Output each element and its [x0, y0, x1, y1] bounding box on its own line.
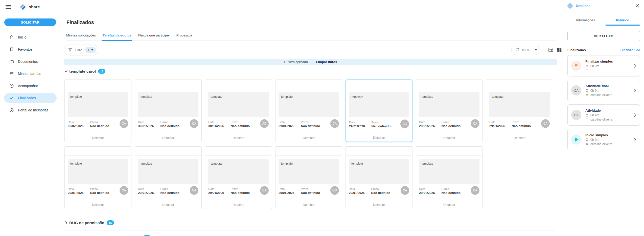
detail-button[interactable]: Detalhar	[135, 134, 201, 142]
deadline-value: Não definido	[90, 191, 109, 195]
detail-button[interactable]: Detalhar	[486, 134, 553, 142]
menu-hamburger-icon[interactable]	[6, 5, 11, 9]
history-item-title: Atividade final	[585, 84, 632, 88]
detail-button[interactable]: Detalhar	[135, 201, 201, 209]
chevron-down-icon	[64, 69, 68, 73]
task-card-header	[205, 80, 272, 89]
section-name: Regras de acompanhamento - paralela	[69, 235, 141, 236]
task-card[interactable]: template Data 02/02/2026 Prazo Não defin…	[64, 80, 131, 142]
task-card-body: template Data 29/01/2026 Prazo Não defin…	[135, 156, 201, 201]
detail-button[interactable]: Detalhar	[346, 201, 412, 209]
task-card[interactable]: template Data 29/01/2026 Prazo Não defin…	[275, 146, 342, 209]
chevron-down-icon	[535, 49, 537, 51]
history-item[interactable]: CA Atividade 0h 4m caroline.oliveira	[567, 104, 640, 126]
tab-minhas-solicitacoes[interactable]: Minhas solicitações	[66, 33, 96, 41]
task-card-preview-text: template	[422, 95, 433, 99]
sidebar-item-favoritos[interactable]: Favoritos	[4, 44, 57, 54]
detail-button[interactable]: Detalhar	[275, 134, 342, 142]
grid-view-icon[interactable]	[557, 47, 562, 53]
tab-processos[interactable]: Processos	[176, 33, 192, 41]
details-panel-tabs: Informações Histórico	[567, 18, 640, 25]
task-card[interactable]: template Data 29/01/2026 Prazo Não defin…	[486, 80, 553, 142]
history-item-title: Finalizar simples	[585, 60, 632, 63]
deadline-value: Não definido	[90, 124, 109, 128]
app-window: share SOLICITAR Início Favoritos Documen…	[0, 0, 644, 236]
deadline-value: Não definido	[442, 124, 461, 128]
clear-filters-link[interactable]: Limpar filtros	[316, 60, 337, 64]
divider	[543, 47, 543, 52]
task-card-header	[416, 147, 482, 156]
task-card-preview: template	[349, 92, 409, 117]
task-card[interactable]: template Data 30/01/2026 Prazo Não defin…	[135, 80, 202, 142]
avatar: CA	[400, 120, 409, 128]
table-view-icon[interactable]	[548, 47, 554, 53]
avatar: CA	[571, 110, 581, 120]
date-value: 29/01/2026	[419, 191, 435, 195]
avatar: CA	[260, 186, 269, 195]
sidebar-item-acompanhar[interactable]: Acompanhar	[4, 81, 57, 91]
task-card-preview: template	[208, 159, 269, 184]
task-card[interactable]: template Data 29/01/2026 Prazo Não defin…	[205, 146, 272, 209]
items-dropdown[interactable]: Itens...	[511, 45, 540, 55]
sidebar-item-minhas-tarefas[interactable]: Minhas tarefas	[4, 69, 57, 79]
section-header-template-carol[interactable]: template carol 13	[64, 67, 563, 75]
sidebar-item-portal-de-melhorias[interactable]: Portal de melhorias	[4, 105, 57, 115]
deadline-value: Não definido	[371, 191, 390, 195]
filter-count-badge[interactable]: 1	[85, 47, 96, 53]
date-label: Data	[419, 187, 435, 190]
tab-informacoes[interactable]: Informações	[567, 18, 604, 25]
task-card-preview-text: template	[211, 95, 222, 99]
task-card-body: template Data 02/02/2026 Prazo Não defin…	[65, 89, 131, 134]
history-item[interactable]: Finalizar simples 0h 0m	[567, 55, 640, 76]
deadline-label: Prazo	[90, 187, 109, 190]
task-card[interactable]: template Data 29/01/2026 Prazo Não defin…	[346, 80, 412, 142]
sidebar-item-finalizados[interactable]: Finalizados	[4, 93, 57, 103]
history-item[interactable]: Início simples 0h 0m caroline.oliveira	[567, 129, 640, 150]
section-header-regras-de-acompanhamento[interactable]: Regras de acompanhamento - paralela 4	[64, 233, 563, 236]
detail-button[interactable]: Detalhar	[65, 201, 131, 209]
task-card[interactable]: template Data 29/01/2026 Prazo Não defin…	[135, 146, 202, 209]
hourglass-icon	[585, 113, 589, 117]
tab-fluxos-que-participei[interactable]: Fluxos que participei	[138, 33, 170, 41]
detail-button[interactable]: Detalhar	[205, 201, 272, 209]
detail-button[interactable]: Detalhar	[65, 134, 131, 142]
close-icon[interactable]	[635, 3, 640, 8]
history-item[interactable]: CA Atividade final 0h 0m caroline.olivei…	[567, 80, 640, 101]
section-header-bug-de-permissao[interactable]: BUG de permissão 16	[64, 219, 563, 227]
detail-button[interactable]: Detalhar	[205, 134, 272, 142]
section-name: template carol	[69, 69, 96, 74]
avatar-initials: CA	[574, 89, 579, 92]
detail-button[interactable]: Detalhar	[275, 201, 342, 209]
task-card-preview: template	[68, 159, 128, 184]
filter-button[interactable]: Filtro 1	[64, 45, 98, 55]
task-card[interactable]: template Data 30/01/2026 Prazo Não defin…	[205, 80, 272, 142]
sidebar-item-documentos[interactable]: Documentos	[4, 56, 57, 67]
date-value: 02/02/2026	[68, 124, 84, 128]
request-button[interactable]: SOLICITAR	[4, 18, 56, 26]
user-text: caroline.oliveira	[590, 118, 612, 121]
date-label: Data	[489, 121, 505, 124]
task-card[interactable]: template Data 29/01/2026 Prazo Não defin…	[416, 80, 483, 142]
sidebar-item-inicio[interactable]: Início	[4, 32, 57, 42]
task-card-preview-text: template	[422, 162, 433, 165]
task-card[interactable]: template Data 29/01/2026 Prazo Não defin…	[64, 146, 131, 209]
detail-button[interactable]: Detalhar	[416, 201, 482, 209]
tab-tarefas-da-equipe[interactable]: Tarefas da equipe	[103, 33, 131, 41]
view-flow-button[interactable]: VER FLUXO	[567, 31, 640, 41]
info-icon	[567, 3, 573, 9]
chevron-right-icon	[634, 138, 636, 142]
duration-text: 0h 0m	[590, 89, 599, 92]
task-card[interactable]: template Data 29/01/2026 Prazo Não defin…	[346, 146, 412, 209]
task-card-preview-text: template	[141, 95, 152, 99]
date-value: 30/01/2026	[138, 124, 154, 128]
detail-button[interactable]: Detalhar	[346, 134, 412, 142]
details-panel-title: Detalhes	[576, 4, 590, 8]
expand-all-link[interactable]: Expandir tudo	[620, 48, 640, 52]
task-card[interactable]: template Data 29/01/2026 Prazo Não defin…	[416, 146, 483, 209]
tab-historico[interactable]: Histórico	[604, 18, 640, 25]
task-card-body: template Data 29/01/2026 Prazo Não defin…	[275, 156, 342, 201]
task-card[interactable]: template Data 29/01/2026 Prazo Não defin…	[275, 80, 342, 142]
task-card-body: template Data 29/01/2026 Prazo Não defin…	[65, 156, 131, 201]
detail-button[interactable]: Detalhar	[416, 134, 482, 142]
divider	[64, 215, 557, 215]
